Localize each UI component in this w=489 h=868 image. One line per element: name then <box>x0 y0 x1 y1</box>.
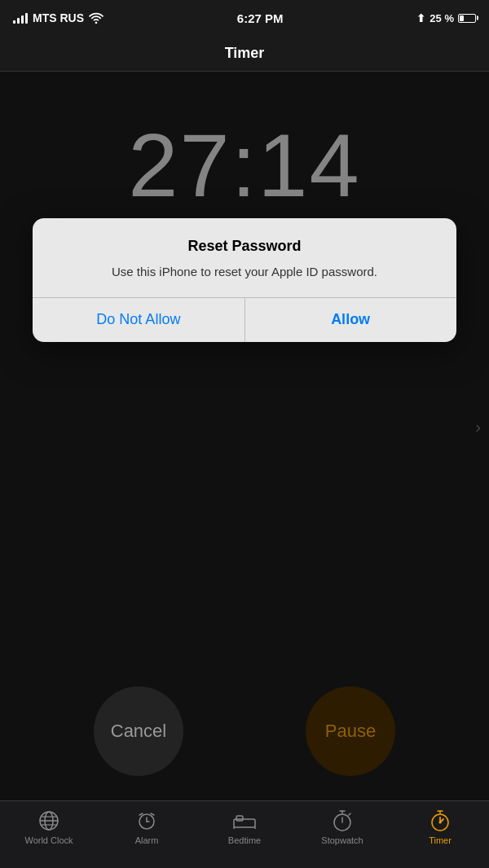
modal-overlay: Reset Password Use this iPhone to reset … <box>0 72 489 800</box>
world-clock-icon <box>37 809 60 832</box>
bedtime-label: Bedtime <box>228 835 261 845</box>
status-left: MTS RUS <box>13 11 104 24</box>
battery-percentage: 25 % <box>430 12 454 24</box>
bedtime-icon <box>233 809 256 832</box>
allow-button[interactable]: Allow <box>244 297 456 342</box>
tab-stopwatch[interactable]: Stopwatch <box>293 809 391 845</box>
tab-world-clock[interactable]: World Clock <box>0 809 98 845</box>
timer-tab-label: Timer <box>429 835 452 845</box>
modal-message: Use this iPhone to reset your Apple ID p… <box>55 263 434 281</box>
tab-bar: World Clock Alarm Bedtime <box>0 800 489 868</box>
svg-point-24 <box>439 822 442 824</box>
svg-line-18 <box>349 813 350 815</box>
reset-password-modal: Reset Password Use this iPhone to reset … <box>33 218 456 342</box>
stopwatch-icon <box>331 809 354 832</box>
carrier-label: MTS RUS <box>33 11 84 24</box>
tab-bedtime[interactable]: Bedtime <box>196 809 293 845</box>
tab-timer[interactable]: Timer <box>391 809 489 845</box>
main-content: 27:14 › Cancel Pause Reset Password Use … <box>0 72 489 800</box>
svg-line-8 <box>139 813 143 815</box>
svg-line-9 <box>151 813 154 815</box>
modal-title: Reset Password <box>55 238 434 255</box>
alarm-label: Alarm <box>135 835 159 845</box>
signal-bars-icon <box>13 12 28 24</box>
modal-body: Reset Password Use this iPhone to reset … <box>33 218 456 297</box>
svg-rect-11 <box>236 816 243 821</box>
status-time: 6:27 PM <box>237 11 284 25</box>
status-bar: MTS RUS 6:27 PM ⬆ 25 % <box>0 0 489 36</box>
status-right: ⬆ 25 % <box>416 12 476 24</box>
location-icon: ⬆ <box>416 12 425 24</box>
stopwatch-label: Stopwatch <box>321 835 363 845</box>
tab-alarm[interactable]: Alarm <box>98 809 196 845</box>
world-clock-label: World Clock <box>24 835 73 845</box>
do-not-allow-button[interactable]: Do Not Allow <box>33 297 244 342</box>
nav-bar: Timer <box>0 36 489 72</box>
timer-tab-icon <box>429 809 452 832</box>
battery-icon <box>458 14 476 23</box>
modal-actions: Do Not Allow Allow <box>33 297 456 342</box>
alarm-icon <box>135 809 158 832</box>
page-title: Timer <box>225 45 265 62</box>
wifi-icon <box>89 12 104 24</box>
